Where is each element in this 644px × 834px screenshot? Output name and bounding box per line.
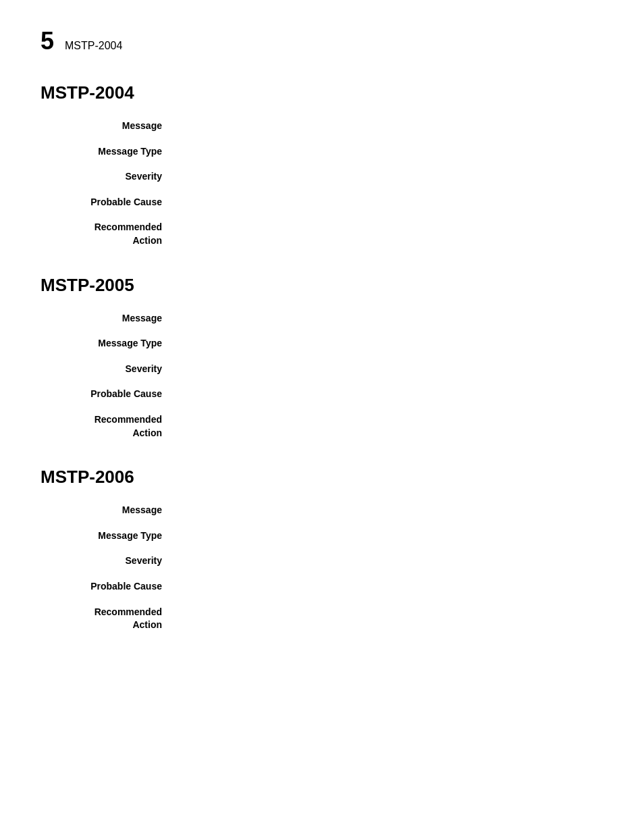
field-label-mstp2005-4: RecommendedAction (41, 413, 176, 440)
field-value-mstp2004-0 (176, 120, 603, 133)
field-value-mstp2006-4 (176, 606, 603, 632)
field-label-mstp2006-1: Message Type (41, 529, 176, 543)
field-row-mstp2004-4: RecommendedAction (41, 218, 603, 250)
field-row-mstp2006-0: Message (41, 501, 603, 520)
field-value-mstp2006-2 (176, 554, 603, 568)
section-mstp2005: MSTP-2005MessageMessage TypeSeverityProb… (41, 275, 603, 443)
field-row-mstp2005-0: Message (41, 309, 603, 328)
field-label-mstp2004-2: Severity (41, 170, 176, 184)
field-row-mstp2006-1: Message Type (41, 527, 603, 546)
page-number: 5 (41, 27, 54, 55)
field-value-mstp2004-1 (176, 145, 603, 159)
field-row-mstp2004-1: Message Type (41, 142, 603, 161)
field-row-mstp2005-1: Message Type (41, 334, 603, 353)
field-label-mstp2006-0: Message (41, 504, 176, 517)
field-label-mstp2004-1: Message Type (41, 145, 176, 159)
field-value-mstp2006-3 (176, 580, 603, 594)
section-title-mstp2004: MSTP-2004 (41, 82, 603, 103)
field-value-mstp2004-3 (176, 196, 603, 209)
field-label-mstp2004-3: Probable Cause (41, 196, 176, 209)
field-value-mstp2006-0 (176, 504, 603, 517)
page-title-header: MSTP-2004 (65, 40, 122, 52)
field-row-mstp2004-2: Severity (41, 167, 603, 186)
field-value-mstp2005-0 (176, 312, 603, 325)
field-row-mstp2005-3: Probable Cause (41, 385, 603, 404)
field-label-mstp2005-2: Severity (41, 363, 176, 376)
field-label-mstp2006-2: Severity (41, 554, 176, 568)
field-value-mstp2005-1 (176, 337, 603, 350)
field-label-mstp2006-4: RecommendedAction (41, 606, 176, 632)
field-label-mstp2004-4: RecommendedAction (41, 221, 176, 247)
field-row-mstp2004-0: Message (41, 117, 603, 136)
field-value-mstp2005-4 (176, 413, 603, 440)
field-label-mstp2006-3: Probable Cause (41, 580, 176, 594)
field-row-mstp2005-4: RecommendedAction (41, 411, 603, 442)
field-row-mstp2005-2: Severity (41, 360, 603, 379)
section-title-mstp2006: MSTP-2006 (41, 467, 603, 488)
field-value-mstp2004-2 (176, 170, 603, 184)
field-row-mstp2006-3: Probable Cause (41, 577, 603, 596)
field-label-mstp2005-0: Message (41, 312, 176, 325)
field-row-mstp2006-4: RecommendedAction (41, 603, 603, 635)
field-row-mstp2006-2: Severity (41, 552, 603, 571)
section-title-mstp2005: MSTP-2005 (41, 275, 603, 296)
sections-container: MSTP-2004MessageMessage TypeSeverityProb… (41, 82, 603, 635)
field-value-mstp2005-3 (176, 388, 603, 401)
field-value-mstp2006-1 (176, 529, 603, 543)
field-value-mstp2004-4 (176, 221, 603, 247)
section-mstp2006: MSTP-2006MessageMessage TypeSeverityProb… (41, 467, 603, 635)
field-row-mstp2004-3: Probable Cause (41, 193, 603, 212)
section-mstp2004: MSTP-2004MessageMessage TypeSeverityProb… (41, 82, 603, 251)
field-label-mstp2005-3: Probable Cause (41, 388, 176, 401)
page-header: 5 MSTP-2004 (41, 27, 603, 55)
field-label-mstp2005-1: Message Type (41, 337, 176, 350)
field-value-mstp2005-2 (176, 363, 603, 376)
field-label-mstp2004-0: Message (41, 120, 176, 133)
